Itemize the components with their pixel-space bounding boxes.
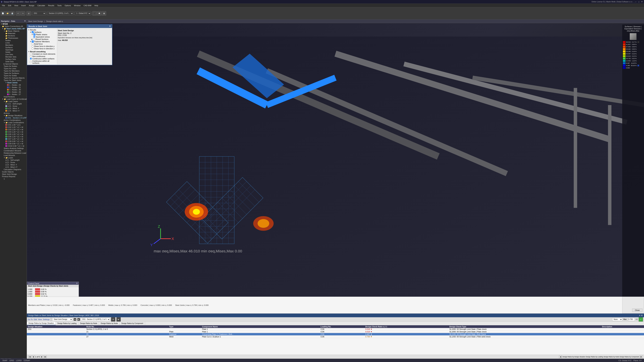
page-last[interactable]: ▶|: [44, 356, 47, 358]
dt-icon2[interactable]: ▶: [116, 317, 121, 322]
nav-types-lines[interactable]: Types for Lines: [0, 67, 27, 70]
status-lgrid[interactable]: LGRID: [15, 360, 23, 362]
nav-loads-tree[interactable]: ▼ 📁 Loads: [0, 157, 27, 159]
nav-members[interactable]: Members: [0, 44, 27, 46]
nav-tab-next[interactable]: ▶: [640, 356, 643, 358]
ds-select[interactable]: DS1 - Section 2.3 (LRFD), 1 to 5: [81, 318, 110, 321]
tb-redo[interactable]: ↪: [21, 11, 25, 15]
menu-tools[interactable]: Tools: [56, 4, 63, 7]
nav-rel-lc[interactable]: Relationship Between Load Cases: [0, 152, 27, 154]
settings-btn[interactable]: Settings: [43, 319, 50, 321]
shear-z-radio[interactable]: [32, 48, 34, 50]
nav-co6[interactable]: CO6 1.20 * LC + ld: [0, 135, 27, 138]
tb-view1[interactable]: ⬛: [92, 11, 97, 15]
surfaces-checkbox[interactable]: [32, 31, 34, 33]
nav-surface-sets[interactable]: Surface Sets: [0, 58, 27, 60]
nav-sj-4[interactable]: 4 - Nodes : 26: [0, 91, 27, 93]
nav-surfaces[interactable]: Surfaces: [0, 46, 27, 49]
nav-lc2[interactable]: LC2 - Snow: [0, 105, 27, 107]
nav-printout-reports[interactable]: Printout Reports: [0, 175, 27, 178]
tab-label-loading[interactable]: Design Ratios by Loading: [586, 356, 603, 358]
non-continuous-item[interactable]: Non-continuous: [28, 55, 56, 57]
nav-design-sit[interactable]: ▼ 📁 Design Situations: [0, 114, 27, 117]
nav-co5[interactable]: CO5 1.20 * LC + ld: [0, 133, 27, 135]
nav-co9[interactable]: CO9 0.90 * LC + ld: [0, 142, 27, 145]
dt-expand[interactable]: ⬆: [641, 314, 643, 317]
menu-help[interactable]: Help: [93, 4, 100, 7]
constant-item[interactable]: Constant on mesh elements: [28, 53, 56, 55]
nav-co3[interactable]: CO3 1.20 * LC + ld: [0, 128, 27, 131]
fastener-checkbox[interactable]: [32, 40, 34, 42]
nav-lines[interactable]: Lines: [0, 41, 27, 44]
axial-force-item[interactable]: Axial force: [28, 43, 56, 45]
menu-results[interactable]: Results: [47, 4, 56, 7]
nav-steel-joints-tree[interactable]: ▼ Steel Joints: [0, 81, 27, 84]
nav-member-sets[interactable]: Member Sets: [0, 56, 27, 58]
tb-new[interactable]: 📄: [1, 11, 5, 15]
nav-imperfections[interactable]: Imperfections: [0, 95, 27, 98]
nav-loads-lc1[interactable]: LC1 - Self-weight: [0, 159, 27, 161]
nav-co2[interactable]: CO2 1.20 * LC + ld: [0, 126, 27, 128]
menu-calculate[interactable]: Calculate: [36, 4, 46, 7]
tab-by-loading[interactable]: Design Ratios by Loading: [56, 322, 78, 325]
nav-basic-objects[interactable]: ▼ 📁 Basic Objects: [0, 30, 27, 32]
nav-co10[interactable]: CO10 0.90 * LC + ld: [0, 145, 27, 147]
nav-steel-joints-file[interactable]: ▼ 📁 Steel Joints AISC.rf6*: [0, 27, 27, 30]
nav-types-members[interactable]: Types for Members: [0, 70, 27, 72]
none-combo[interactable]: None: [612, 318, 622, 321]
status-grid[interactable]: GRID: [8, 360, 15, 362]
nav-load-cases[interactable]: ▼ 📁 Load Cases & Combinations: [0, 98, 27, 100]
continuous-all-item[interactable]: Continuous within all surfaces: [28, 60, 56, 64]
nav-lc4[interactable]: LC4 - Wind +Y: [0, 110, 27, 112]
table-row[interactable]: 21 Plate Plate 1 CO6 0.018 ▼ SL1000: 00 …: [27, 331, 644, 333]
tb-view3[interactable]: ▦: [102, 11, 106, 15]
nav-co7[interactable]: CO7 1.20 * LC + ld: [0, 138, 27, 140]
nav-pr-1[interactable]: 1: [0, 178, 27, 180]
dt-check[interactable]: ✓: [639, 317, 643, 322]
nav-thicknesses[interactable]: 📁 Thicknesses: [0, 37, 27, 39]
tab-by-component[interactable]: Design Ratios by Component: [120, 322, 145, 325]
nav-steel-joint-design[interactable]: Steel Joint Design: [0, 173, 27, 175]
result-sections-item[interactable]: ▶ Result Sections: [28, 38, 56, 40]
nav-splice[interactable]: 📁 Splice Connections.rf6: [0, 25, 27, 27]
equiv-stress-item[interactable]: Equivalent stress: [28, 36, 56, 38]
edit-btn[interactable]: Edit: [34, 319, 37, 321]
tab-by-node2[interactable]: Design Ratios by Node: [99, 322, 120, 325]
close-btn[interactable]: ✕: [641, 1, 643, 3]
nav-sj-2[interactable]: 2 - Nodes : 21: [0, 86, 27, 88]
nav-lc1[interactable]: LC1 - Self-weight: [0, 103, 27, 105]
dt-close1[interactable]: ✕: [639, 314, 640, 317]
view-btn[interactable]: View: [38, 319, 42, 321]
nav-co1[interactable]: CO1 1.40 * LC1: [0, 124, 27, 126]
cp-close[interactable]: ✕: [76, 282, 78, 284]
non-continuous-radio[interactable]: [30, 55, 32, 57]
menu-insert[interactable]: Insert: [20, 4, 27, 7]
results-surfaces-item[interactable]: ▼ Surfaces: [28, 31, 56, 33]
nav-actions[interactable]: Actions: [0, 112, 27, 114]
page-prev[interactable]: ◀: [32, 356, 35, 358]
close-button[interactable]: Close: [632, 309, 642, 312]
ds-combo[interactable]: DS1: [32, 11, 46, 15]
menu-view[interactable]: View: [13, 4, 20, 7]
nav-load-wizards[interactable]: Load Wizards: [0, 154, 27, 157]
dt-icon1[interactable]: ⊞: [111, 317, 116, 322]
nav-types-special[interactable]: Types for Special Objects: [0, 77, 27, 79]
continuous-all-radio[interactable]: [30, 61, 32, 63]
shear-z-item[interactable]: Shear force in direction z: [28, 47, 56, 50]
nav-action-combo[interactable]: Action Combinations: [0, 119, 27, 121]
navigator-close[interactable]: ✕: [24, 20, 26, 22]
tab-by-node[interactable]: Design Ratios by Node: [78, 322, 99, 325]
nav-line-sets[interactable]: Line Sets: [0, 53, 27, 56]
shear-y-radio[interactable]: [32, 45, 34, 47]
nav-materials[interactable]: 📁 Materials: [0, 32, 27, 34]
nav-loads-lc3[interactable]: LC3 - Wind -Y: [0, 164, 27, 166]
tb-print[interactable]: 🖨: [26, 11, 31, 15]
nav-load-cases-sub[interactable]: ▼ 📁 Load Cases: [0, 100, 27, 103]
nav-loads-lc2[interactable]: LC2 - Snow: [0, 161, 27, 164]
section-combo[interactable]: Section 2.3 (LRFD), 1 to 5...: [47, 11, 73, 15]
continuous-within-item[interactable]: Continuous within surfaces: [28, 57, 56, 60]
maximize-btn[interactable]: □: [638, 1, 640, 3]
fastener-members-item[interactable]: ▼ Fastener Members: [28, 40, 56, 43]
minimize-btn[interactable]: ─: [634, 1, 637, 3]
plastic-checkbox[interactable]: [33, 33, 36, 35]
